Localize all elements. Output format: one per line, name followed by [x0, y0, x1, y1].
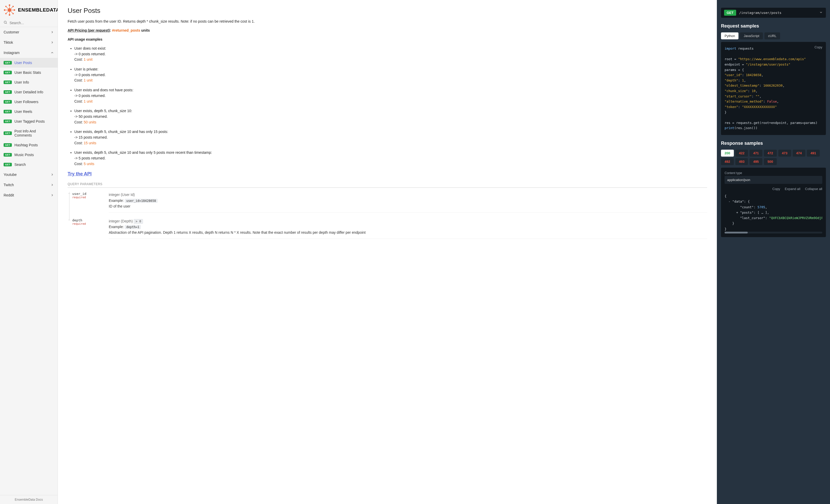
language-tabs: PythonJavaScriptcURL: [721, 32, 826, 39]
nav-item-user-reels[interactable]: GETUser Reels: [0, 107, 58, 117]
param-name: depth: [72, 218, 101, 222]
nav-item-user-basic-stats[interactable]: GETUser Basic Stats: [0, 68, 58, 77]
svg-line-14: [9, 6, 13, 10]
search-icon: [4, 21, 7, 25]
nav-item-hashtag-posts[interactable]: GETHashtag Posts: [0, 140, 58, 150]
request-samples-heading: Request samples: [721, 23, 826, 29]
response-box: Content type application/json CopyExpand…: [721, 168, 826, 237]
sidebar-footer: EnsembleData Docs: [0, 495, 58, 504]
param-type: integer (Depth): [109, 219, 133, 223]
usage-examples: User does not exist:-> 0 posts returned.…: [74, 46, 707, 167]
nav-group-customer[interactable]: Customer: [0, 27, 58, 37]
param-user_id: user_id required integer (User Id) Examp…: [68, 192, 707, 212]
search-bar[interactable]: [0, 19, 58, 27]
pricing-line: API Pricing (per request): #returned_pos…: [68, 28, 707, 33]
param-desc: ID of the user: [109, 204, 130, 208]
content-type-value: application/json: [725, 176, 822, 184]
get-badge: GET: [4, 90, 12, 94]
resp-tool-expand-all[interactable]: Expand all: [785, 187, 800, 191]
status-tab-491[interactable]: 491: [807, 150, 820, 157]
pricing-variable: #returned_posts: [112, 28, 140, 32]
nav-group-twitch[interactable]: Twitch: [0, 180, 58, 190]
status-tab-200[interactable]: 200: [721, 150, 734, 157]
endpoint-selector[interactable]: GET /instagram/user/posts: [721, 8, 826, 18]
status-code-tabs: 200422471472473474491492493495500: [721, 150, 826, 165]
param-example-label: Example:: [109, 225, 125, 229]
usage-example: User exists, depth 5, chunk_size 10 and …: [74, 150, 707, 167]
logo[interactable]: ENSEMBLEDATA: [0, 0, 58, 19]
get-badge: GET: [4, 131, 12, 135]
status-tab-493[interactable]: 493: [735, 158, 748, 165]
get-badge: GET: [4, 100, 12, 104]
method-badge: GET: [724, 10, 736, 16]
param-required: required: [72, 222, 101, 225]
param-example: depth=1: [125, 225, 141, 229]
nav-item-user-followers[interactable]: GETUser Followers: [0, 97, 58, 107]
svg-point-17: [4, 21, 6, 23]
lang-tab-python[interactable]: Python: [721, 32, 738, 39]
nav-item-user-detailed-info[interactable]: GETUser Detailed Info: [0, 87, 58, 97]
samples-panel: GET /instagram/user/posts Request sample…: [717, 0, 830, 504]
resp-tool-copy[interactable]: Copy: [772, 187, 780, 191]
status-tab-473[interactable]: 473: [778, 150, 791, 157]
get-badge: GET: [4, 71, 12, 74]
param-name: user_id: [72, 192, 101, 196]
lang-tab-javascript[interactable]: JavaScript: [740, 32, 763, 39]
query-params-label: QUERY PARAMETERS: [68, 182, 707, 188]
nav-group-reddit[interactable]: Reddit: [0, 190, 58, 200]
pricing-label: API Pricing (per request): [68, 28, 110, 32]
param-example: user_id=18428658: [125, 199, 158, 203]
scrollbar[interactable]: [725, 232, 822, 233]
endpoint-path: /instagram/user/posts: [739, 11, 816, 15]
query-params: user_id required integer (User Id) Examp…: [68, 192, 707, 239]
usage-example: User exists and does not have posts:-> 0…: [74, 88, 707, 104]
status-tab-471[interactable]: 471: [749, 150, 762, 157]
lang-tab-curl[interactable]: cURL: [764, 32, 780, 39]
response-json: { - "data": { "count": 5705, + "posts": …: [725, 193, 822, 232]
get-badge: GET: [4, 61, 12, 65]
sidebar: ENSEMBLEDATA CustomerTiktokInstagramGETU…: [0, 0, 58, 504]
nav-item-user-posts[interactable]: GETUser Posts: [0, 58, 58, 68]
response-tools: CopyExpand allCollapse all: [725, 187, 822, 191]
param-constraint: > 0: [134, 219, 143, 224]
nav-group-youtube[interactable]: Youtube: [0, 169, 58, 180]
status-tab-474[interactable]: 474: [793, 150, 805, 157]
nav-item-user-tagged-posts[interactable]: GETUser Tagged Posts: [0, 117, 58, 126]
param-depth: depth required integer (Depth) > 0 Examp…: [68, 218, 707, 239]
nav-item-post-info-and-comments[interactable]: GETPost Info And Comments: [0, 126, 58, 140]
status-tab-472[interactable]: 472: [764, 150, 777, 157]
nav: CustomerTiktokInstagramGETUser PostsGETU…: [0, 27, 58, 495]
page-title: User Posts: [68, 7, 707, 15]
logo-icon: [3, 4, 16, 17]
request-code: Copy import requests root = "https://www…: [721, 42, 826, 135]
svg-line-16: [9, 10, 13, 13]
status-tab-495[interactable]: 495: [749, 158, 762, 165]
status-tab-422[interactable]: 422: [735, 150, 748, 157]
nav-group-tiktok[interactable]: Tiktok: [0, 37, 58, 48]
resp-tool-collapse-all[interactable]: Collapse all: [805, 187, 822, 191]
svg-line-18: [6, 23, 7, 24]
get-badge: GET: [4, 110, 12, 114]
copy-button[interactable]: Copy: [815, 44, 822, 50]
param-required: required: [72, 196, 101, 199]
get-badge: GET: [4, 163, 12, 166]
status-tab-492[interactable]: 492: [721, 158, 734, 165]
nav-group-instagram[interactable]: Instagram: [0, 48, 58, 58]
get-badge: GET: [4, 153, 12, 157]
usage-example: User exists, depth 5, chunk_size 10 and …: [74, 129, 707, 146]
nav-item-search[interactable]: GETSearch: [0, 160, 58, 169]
param-example-label: Example:: [109, 198, 125, 202]
svg-line-15: [6, 10, 9, 13]
status-tab-500[interactable]: 500: [764, 158, 777, 165]
svg-line-13: [6, 6, 9, 10]
nav-item-user-info[interactable]: GETUser Info: [0, 77, 58, 87]
try-api-link[interactable]: Try the API: [68, 171, 92, 177]
nav-item-music-posts[interactable]: GETMusic Posts: [0, 150, 58, 160]
usage-example: User exists, depth 5, chunk_size 10:-> 5…: [74, 108, 707, 125]
param-desc: Abstraction of the API pagination. Depth…: [109, 230, 365, 234]
usage-example: User does not exist:-> 0 posts returned.…: [74, 46, 707, 62]
response-samples-heading: Response samples: [721, 141, 826, 146]
usage-example: User is private:-> 0 posts returned.Cost…: [74, 67, 707, 83]
main-content: User Posts Fetch user posts from the use…: [58, 0, 717, 504]
search-input[interactable]: [9, 21, 55, 25]
